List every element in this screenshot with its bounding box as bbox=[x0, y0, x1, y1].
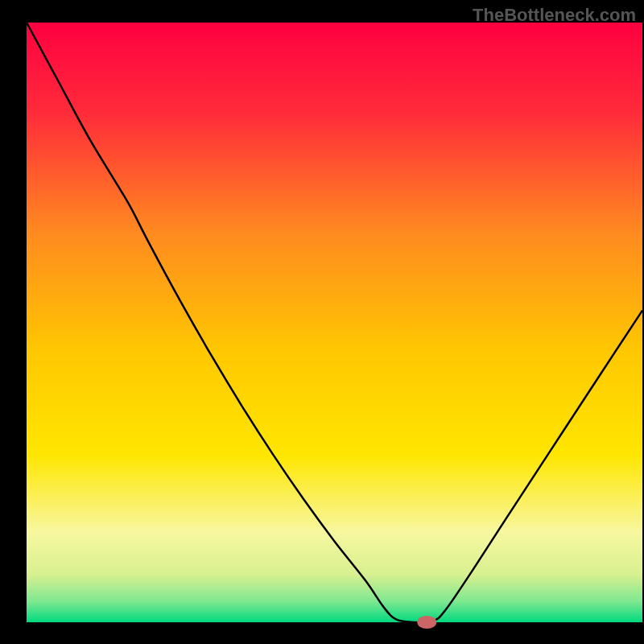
optimal-marker bbox=[417, 616, 436, 629]
gradient-background bbox=[27, 23, 642, 622]
bottleneck-chart bbox=[0, 0, 644, 644]
watermark-text: TheBottleneck.com bbox=[473, 5, 636, 26]
chart-svg bbox=[0, 0, 644, 644]
